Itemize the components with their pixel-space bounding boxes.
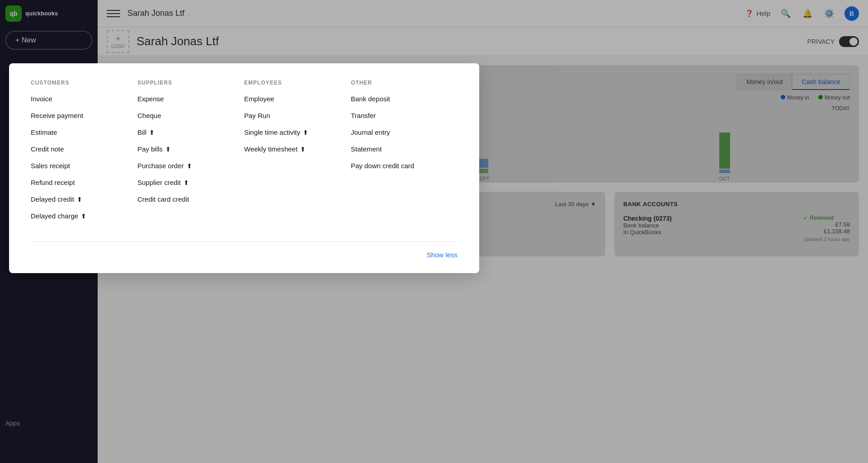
new-transaction-modal: CUSTOMERS Invoice Receive payment Estima… — [9, 63, 479, 273]
upgrade-icon: ⬆ — [77, 196, 82, 203]
suppliers-column: SUPPLIERS Expense Cheque Bill ⬆ Pay bill… — [137, 80, 244, 229]
modal-item-invoice[interactable]: Invoice — [31, 95, 123, 103]
modal-item-supplier-credit[interactable]: Supplier credit ⬆ — [137, 179, 230, 186]
modal-item-pay-down-credit-card[interactable]: Pay down credit card — [351, 162, 443, 170]
modal-grid: CUSTOMERS Invoice Receive payment Estima… — [31, 80, 458, 229]
upgrade-icon: ⬆ — [81, 213, 86, 220]
other-column: OTHER Bank deposit Transfer Journal entr… — [351, 80, 458, 229]
modal-item-receive-payment[interactable]: Receive payment — [31, 112, 123, 119]
other-header: OTHER — [351, 80, 443, 86]
modal-item-journal-entry[interactable]: Journal entry — [351, 128, 443, 136]
upgrade-icon: ⬆ — [184, 179, 189, 186]
modal-item-bank-deposit[interactable]: Bank deposit — [351, 95, 443, 103]
suppliers-header: SUPPLIERS — [137, 80, 230, 86]
modal-item-pay-run[interactable]: Pay Run — [244, 112, 336, 119]
upgrade-icon: ⬆ — [303, 129, 308, 136]
employees-column: EMPLOYEES Employee Pay Run Single time a… — [244, 80, 351, 229]
modal-item-single-time-activity[interactable]: Single time activity ⬆ — [244, 128, 336, 136]
modal-overlay[interactable]: CUSTOMERS Invoice Receive payment Estima… — [0, 0, 868, 463]
modal-item-pay-bills[interactable]: Pay bills ⬆ — [137, 145, 230, 153]
modal-item-sales-receipt[interactable]: Sales receipt — [31, 162, 123, 170]
upgrade-icon: ⬆ — [187, 162, 192, 170]
modal-item-statement[interactable]: Statement — [351, 145, 443, 153]
modal-item-bill[interactable]: Bill ⬆ — [137, 128, 230, 136]
modal-item-delayed-charge[interactable]: Delayed charge ⬆ — [31, 212, 123, 220]
modal-item-estimate[interactable]: Estimate — [31, 128, 123, 136]
modal-item-credit-card-credit[interactable]: Credit card credit — [137, 195, 230, 203]
modal-item-refund-receipt[interactable]: Refund receipt — [31, 179, 123, 186]
modal-item-credit-note[interactable]: Credit note — [31, 145, 123, 153]
modal-item-employee[interactable]: Employee — [244, 95, 336, 103]
customers-header: CUSTOMERS — [31, 80, 123, 86]
modal-item-delayed-credit[interactable]: Delayed credit ⬆ — [31, 195, 123, 203]
modal-item-transfer[interactable]: Transfer — [351, 112, 443, 119]
upgrade-icon: ⬆ — [300, 146, 306, 153]
modal-item-weekly-timesheet[interactable]: Weekly timesheet ⬆ — [244, 145, 336, 153]
customers-column: CUSTOMERS Invoice Receive payment Estima… — [31, 80, 137, 229]
upgrade-icon: ⬆ — [149, 129, 155, 136]
show-less-button[interactable]: Show less — [427, 251, 458, 259]
upgrade-icon: ⬆ — [165, 146, 171, 153]
modal-divider — [31, 241, 458, 242]
employees-header: EMPLOYEES — [244, 80, 336, 86]
modal-item-cheque[interactable]: Cheque — [137, 112, 230, 119]
modal-item-purchase-order[interactable]: Purchase order ⬆ — [137, 162, 230, 170]
modal-item-expense[interactable]: Expense — [137, 95, 230, 103]
